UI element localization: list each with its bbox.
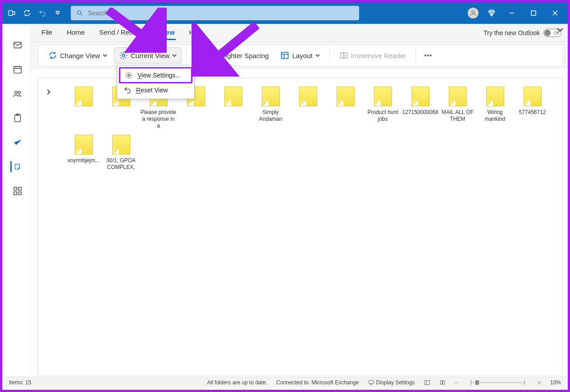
note-item[interactable]: Product hunt jobs (364, 87, 401, 129)
menu-reset-view[interactable]: Reset View (119, 83, 192, 97)
tab-view[interactable]: View (159, 26, 176, 40)
note-label: 577456712 (515, 109, 551, 116)
try-new-outlook-toggle[interactable]: Try the new Outlook Off (483, 29, 561, 37)
ribbon-more-button[interactable] (420, 47, 436, 64)
qat-undo-icon[interactable] (36, 6, 49, 20)
reset-view-mnemonic: R (136, 87, 141, 94)
account-avatar-icon[interactable] (468, 8, 479, 18)
nav-tasks-clipboard-icon[interactable] (12, 113, 23, 123)
note-item[interactable]: Wiring mankind (476, 87, 514, 129)
nav-more-apps-icon[interactable] (12, 186, 23, 196)
tab-help[interactable]: Help (188, 26, 204, 40)
note-item[interactable]: voyrmbjejm... (65, 135, 102, 171)
ribbon-tabs: File Home Send / Receive View Help Try t… (2, 24, 568, 42)
note-item[interactable] (327, 87, 364, 129)
svg-point-2 (472, 10, 474, 13)
note-item[interactable]: 577456712 (514, 87, 551, 129)
menu-view-settings[interactable]: View Settings... (119, 67, 192, 83)
note-label: Product hunt jobs (365, 109, 401, 123)
note-icon (411, 87, 429, 106)
svg-point-4 (122, 55, 124, 57)
note-icon (374, 87, 392, 106)
note-label (290, 109, 326, 116)
layout-button[interactable]: Layout (275, 47, 324, 64)
view-normal-button[interactable] (424, 379, 430, 386)
nav-calendar-icon[interactable] (12, 64, 23, 75)
note-label: voyrmbjejm... (66, 157, 102, 164)
note-item[interactable]: MAIL ALL OF THEM (439, 87, 476, 129)
note-label (103, 109, 139, 116)
window-maximize-button[interactable] (524, 6, 543, 20)
note-label: MAIL ALL OF THEM (440, 109, 476, 123)
change-view-button[interactable]: Change View (43, 47, 112, 64)
note-item[interactable]: 1271500000689 (401, 87, 439, 129)
zoom-out-button[interactable]: − (455, 379, 458, 386)
view-settings-label: iew Settings... (141, 72, 181, 79)
note-icon (486, 87, 504, 106)
svg-point-12 (14, 91, 17, 94)
view-reading-button[interactable] (439, 379, 446, 386)
note-item[interactable] (214, 87, 252, 129)
status-connection: Connected to: Microsoft Exchange (276, 379, 359, 386)
svg-point-8 (430, 55, 432, 56)
ribbon: Change View Current View Use Tighter Spa… (38, 45, 563, 66)
current-view-button[interactable]: Current View (114, 47, 182, 64)
note-label (215, 109, 251, 116)
note-item[interactable]: 30/1, GPOA COMPLEX, (102, 135, 140, 171)
tighter-spacing-button[interactable]: Use Tighter Spacing (191, 47, 274, 64)
nav-todo-icon[interactable] (12, 137, 23, 148)
note-item[interactable] (289, 87, 327, 129)
notes-icon-grid: Please provide a response in aSimply And… (65, 87, 557, 176)
note-icon (224, 87, 242, 106)
note-label: Please provide a response in a (141, 109, 177, 129)
note-icon (299, 87, 317, 106)
status-sync: All folders are up to date. (207, 379, 267, 386)
note-label (178, 109, 214, 116)
svg-rect-0 (9, 11, 13, 16)
note-icon (112, 135, 130, 155)
svg-point-13 (18, 91, 20, 94)
try-new-outlook-label: Try the new Outlook (483, 29, 540, 36)
note-label: Simply Andaman (253, 109, 289, 123)
search-input[interactable] (88, 9, 354, 17)
status-item-count: Items: 15 (9, 379, 31, 386)
zoom-slider[interactable] (471, 382, 525, 383)
qat-customize-chevron-icon[interactable] (51, 6, 64, 20)
search-box[interactable] (71, 6, 359, 20)
title-bar (2, 2, 568, 24)
search-icon (76, 9, 83, 17)
zoom-percent[interactable]: 10% (550, 379, 561, 386)
note-label (66, 109, 102, 116)
nav-mail-icon[interactable] (12, 40, 23, 50)
reset-view-label: eset View (141, 87, 168, 94)
svg-rect-22 (369, 380, 374, 383)
window-minimize-button[interactable] (502, 6, 522, 20)
outlook-logo-icon (5, 6, 18, 20)
window-close-button[interactable] (545, 6, 565, 20)
nav-people-icon[interactable] (12, 88, 23, 99)
change-view-label: Change View (60, 52, 100, 59)
svg-rect-23 (424, 380, 429, 384)
tab-send-receive[interactable]: Send / Receive (98, 26, 146, 40)
svg-rect-18 (14, 192, 16, 195)
display-settings-label: Display Settings (376, 379, 415, 386)
ribbon-collapse-chevron-icon[interactable] (557, 27, 563, 35)
svg-rect-5 (282, 52, 288, 58)
premium-diamond-icon[interactable] (485, 6, 498, 20)
svg-point-9 (128, 74, 130, 77)
tab-home[interactable]: Home (66, 26, 86, 40)
layout-label: Layout (292, 52, 312, 59)
note-item[interactable] (65, 87, 102, 129)
note-icon (524, 87, 542, 106)
svg-point-1 (78, 11, 81, 14)
tab-file[interactable]: File (41, 26, 53, 40)
note-item[interactable]: Simply Andaman (252, 87, 289, 129)
note-label (328, 109, 364, 116)
nav-notes-icon[interactable] (10, 161, 21, 172)
qat-sync-icon[interactable] (20, 6, 34, 20)
display-settings-button[interactable]: Display Settings (368, 379, 415, 386)
note-label: 1271500000689 (402, 109, 438, 116)
folder-pane-expand-icon[interactable] (46, 88, 51, 96)
immersive-reader-label: Immersive Reader (351, 52, 406, 59)
zoom-in-button[interactable]: + (538, 379, 541, 386)
